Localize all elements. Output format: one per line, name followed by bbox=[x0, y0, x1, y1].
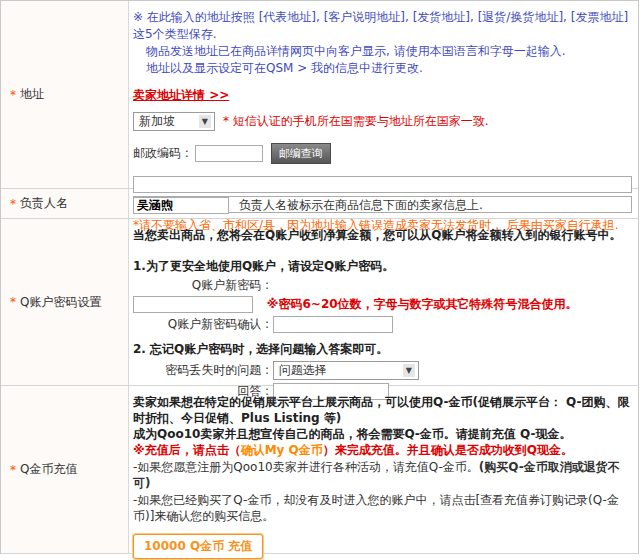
qcoin-red-suffix: ）来完成充值。并且确认是否成功收到Q现金。 bbox=[323, 443, 573, 457]
manager-row: * 负责人名 负责人名被标示在商品信息下面的卖家信息上. bbox=[1, 189, 638, 219]
manager-content-cell: 负责人名被标示在商品信息下面的卖家信息上. bbox=[129, 189, 638, 218]
address-note-line3: 地址以及显示设定可在QSM > 我的信息中进行更改. bbox=[133, 60, 632, 77]
address-note-line1: ※ 在此输入的地址按照 [代表地址], [客户说明地址], [发货地址], [退… bbox=[133, 10, 628, 41]
qcoin-red-inner: 确认My Q金币 bbox=[241, 443, 323, 457]
country-warning: * 短信认证的手机所在国需要与地址所在国家一致. bbox=[223, 113, 489, 130]
qcoin-content-cell: 卖家如果想在特定的促销展示平台上展示商品，可以使用Q-金币(促销展示平台： Q-… bbox=[129, 386, 638, 553]
postal-code-input[interactable] bbox=[195, 145, 263, 162]
address-label-cell: * 地址 bbox=[1, 1, 129, 188]
new-password-input[interactable] bbox=[133, 296, 253, 313]
qcoin-paragraph1: 卖家如果想在特定的促销展示平台上展示商品，可以使用Q-金币(促销展示平台： Q-… bbox=[133, 394, 632, 426]
manager-label: 负责人名 bbox=[20, 195, 68, 212]
password-row: * Q账户密码设置 当您卖出商品，您将会在Q账户收到净算金额，您可以从Q账户将金… bbox=[1, 219, 638, 386]
password-step2: 2. 忘记Q账户密码时，选择问题输入答案即可。 bbox=[133, 341, 632, 358]
confirm-password-line: Q账户新密码确认 : bbox=[133, 316, 632, 333]
new-password-input-line: ※密码6~20位数，字母与数字或其它特殊符号混合使用。 bbox=[133, 296, 632, 313]
qcoin-list-item2: -如果您已经购买了Q-金币，却没有及时进入您的账户中，请点击[查看充值券订购记录… bbox=[133, 492, 632, 524]
qcoin-paragraph2: 成为Qoo10卖家并且想宣传自己的商品，将会需要Q-金币。请提前充值 Q-现金。 bbox=[133, 426, 632, 442]
security-question-select[interactable]: 问题选择 ▼ bbox=[273, 361, 419, 380]
country-select-value: 新加坡 bbox=[139, 113, 175, 130]
password-label-cell: * Q账户密码设置 bbox=[1, 219, 129, 385]
security-question-value: 问题选择 bbox=[279, 362, 327, 379]
postal-line: 邮政编码 : 邮编查询 bbox=[133, 143, 632, 164]
required-mark: * bbox=[10, 463, 16, 477]
required-mark: * bbox=[10, 197, 16, 211]
address-content-cell: ※ 在此输入的地址按照 [代表地址], [客户说明地址], [发货地址], [退… bbox=[129, 1, 638, 188]
manager-label-cell: * 负责人名 bbox=[1, 189, 129, 218]
chevron-down-icon: ▼ bbox=[199, 115, 211, 128]
address-row: * 地址 ※ 在此输入的地址按照 [代表地址], [客户说明地址], [发货地址… bbox=[1, 1, 638, 189]
security-question-label: 密码丢失时的问题 : bbox=[133, 362, 269, 379]
password-label: Q账户密码设置 bbox=[20, 294, 101, 311]
qcoin-row: * Q金币充值 卖家如果想在特定的促销展示平台上展示商品，可以使用Q-金币(促销… bbox=[1, 386, 638, 554]
country-line: 新加坡 ▼ * 短信认证的手机所在国需要与地址所在国家一致. bbox=[133, 112, 632, 131]
address-note-line2: 物品发送地址已在商品详情网页中向客户显示, 请使用本国语言和字母一起输入. bbox=[133, 43, 632, 60]
postal-code-label: 邮政编码 : bbox=[133, 145, 189, 162]
country-select[interactable]: 新加坡 ▼ bbox=[133, 112, 215, 131]
qcoin-list-item1: -如果您愿意注册为Qoo10卖家并进行各种活动，请充值Q-金币。(购买Q-金币取… bbox=[133, 459, 632, 491]
confirm-password-label: Q账户新密码确认 : bbox=[133, 316, 269, 333]
password-content-cell: 当您卖出商品，您将会在Q账户收到净算金额，您可以从Q账户将金额转入到的银行账号中… bbox=[129, 219, 638, 385]
manager-name-input[interactable] bbox=[133, 197, 229, 214]
new-password-label: Q账户新密码 : bbox=[133, 277, 269, 294]
required-mark: * bbox=[10, 295, 16, 309]
required-mark: * bbox=[10, 88, 16, 102]
postal-lookup-button[interactable]: 邮编查询 bbox=[271, 143, 331, 164]
security-question-line: 密码丢失时的问题 : 问题选择 ▼ bbox=[133, 361, 632, 380]
qcoin-red-prefix: ※充值后，请点击（ bbox=[133, 443, 241, 457]
address-label: 地址 bbox=[20, 86, 44, 103]
qcoin-li1-normal: -如果您愿意注册为Qoo10卖家并进行各种活动，请充值Q-金币。 bbox=[133, 460, 479, 474]
manager-desc: 负责人名被标示在商品信息下面的卖家信息上. bbox=[239, 197, 483, 214]
qcoin-red-note: ※充值后，请点击（确认My Q金币）来完成充值。并且确认是否成功收到Q现金。 bbox=[133, 442, 632, 458]
password-intro: 当您卖出商品，您将会在Q账户收到净算金额，您可以从Q账户将金额转入到的银行账号中… bbox=[133, 227, 632, 244]
qcoin-label-cell: * Q金币充值 bbox=[1, 386, 129, 553]
confirm-password-input[interactable] bbox=[273, 316, 393, 333]
new-password-label-line: Q账户新密码 : bbox=[133, 277, 632, 294]
password-hint: ※密码6~20位数，字母与数字或其它特殊符号混合使用。 bbox=[267, 297, 578, 311]
recharge-10000-button[interactable]: 10000 Q金币 充值 bbox=[133, 534, 263, 559]
seller-address-detail-link[interactable]: 卖家地址详情 >> bbox=[133, 87, 229, 104]
address-notes: ※ 在此输入的地址按照 [代表地址], [客户说明地址], [发货地址], [退… bbox=[133, 9, 632, 77]
seller-settings-form: * 地址 ※ 在此输入的地址按照 [代表地址], [客户说明地址], [发货地址… bbox=[0, 0, 639, 554]
password-step1: 1.为了更安全地使用Q账户，请设定Q账户密码。 bbox=[133, 258, 632, 275]
chevron-down-icon: ▼ bbox=[403, 364, 415, 377]
qcoin-label: Q金币充值 bbox=[20, 461, 77, 478]
